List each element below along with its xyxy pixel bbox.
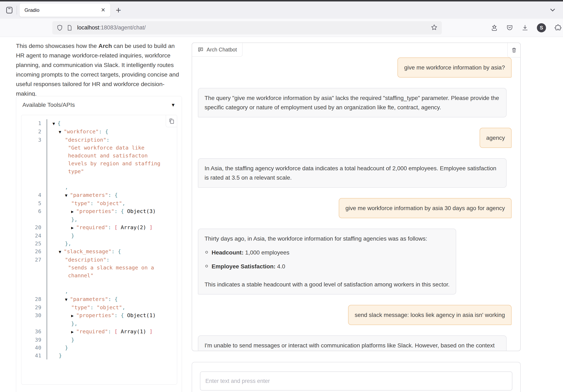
line-number: 2 bbox=[21, 127, 47, 136]
code-token: levels by region and staffing bbox=[68, 160, 160, 166]
browser-toolbar-icons: S bbox=[491, 23, 562, 32]
save-bookmark-icon[interactable] bbox=[491, 24, 498, 31]
user-message-bubble: give me workforce information by asia? bbox=[397, 57, 512, 77]
code-line: levels by region and staffing bbox=[21, 160, 177, 167]
code-line: , bbox=[21, 287, 177, 295]
code-line: "Get workforce data like bbox=[21, 144, 177, 152]
code-token: : { bbox=[111, 248, 121, 254]
shield-icon[interactable] bbox=[56, 25, 63, 31]
code-token: ] bbox=[146, 224, 153, 230]
collapse-toggle-icon[interactable]: ▶ bbox=[71, 329, 74, 334]
code-line: 2▼"workforce": { bbox=[21, 127, 177, 136]
code-line: 30▶"properties": { Object(1) bbox=[21, 311, 177, 320]
code-token: "slack_message" bbox=[64, 248, 111, 254]
code-line: 20▶"required": [ Array(2) ] bbox=[21, 223, 177, 232]
bookmark-star-button[interactable] bbox=[431, 24, 438, 32]
code-token: [ bbox=[114, 224, 121, 230]
message-paragraph: This indicates a stable headcount with a… bbox=[205, 280, 449, 289]
code-line bbox=[21, 279, 177, 287]
url-bar[interactable]: localhost:18083/agent/chat/ bbox=[52, 21, 442, 34]
code-token: "Get workforce data like bbox=[68, 145, 144, 151]
sidebar-toggle-button[interactable] bbox=[3, 4, 15, 16]
code-token: "object" bbox=[97, 304, 122, 311]
collapse-toggle-icon[interactable]: ▼ bbox=[59, 129, 61, 134]
line-number: 29 bbox=[21, 303, 47, 311]
code-line: }, bbox=[21, 215, 177, 223]
code-token: type" bbox=[68, 168, 84, 175]
sidebar-icon bbox=[5, 6, 13, 14]
code-token: Object(3) bbox=[127, 208, 156, 214]
code-line: 26▼"slack_message": { bbox=[21, 247, 177, 256]
code-line: "sends a slack message on a bbox=[21, 264, 177, 271]
chatbot-label-text: Arch Chatbot bbox=[207, 47, 237, 53]
code-token: "object" bbox=[97, 200, 122, 206]
bullet-item: Employee Satisfaction: 4.0 bbox=[205, 262, 449, 271]
code-token: "description" bbox=[65, 257, 106, 263]
collapse-toggle-icon[interactable]: ▶ bbox=[71, 209, 74, 214]
window-top-edge bbox=[0, 0, 563, 1]
line-number: 4 bbox=[21, 191, 47, 199]
line-number: 6 bbox=[21, 207, 47, 215]
clear-chat-button[interactable] bbox=[507, 42, 521, 57]
code-line: headcount and satisfacton bbox=[21, 152, 177, 160]
code-token: : bbox=[108, 224, 115, 230]
code-token: "parameters" bbox=[70, 192, 108, 198]
message-paragraph: I'm unable to send messages or interact … bbox=[205, 341, 500, 351]
new-tab-button[interactable]: + bbox=[116, 6, 121, 14]
demo-description: This demo showcases how the Arch can be … bbox=[16, 41, 185, 98]
code-token: } bbox=[65, 344, 68, 351]
browser-tab[interactable]: Gradio ✕ bbox=[20, 3, 110, 17]
chat-text-input[interactable] bbox=[200, 371, 512, 391]
code-line: 3"description": bbox=[21, 136, 177, 144]
code-line: 4▼"parameters": { bbox=[21, 191, 177, 199]
code-line: }, bbox=[21, 320, 177, 328]
bot-message-bubble: Thirty days ago, in Asia, the workforce … bbox=[198, 228, 456, 294]
tools-panel-header[interactable]: Available Tools/APIs ▼ bbox=[16, 96, 182, 112]
code-token: "properties" bbox=[76, 312, 114, 318]
line-number: 30 bbox=[21, 311, 47, 320]
line-number: 40 bbox=[21, 344, 47, 352]
code-line: 39} bbox=[21, 336, 177, 344]
url-toolbar: localhost:18083/agent/chat/ S bbox=[0, 19, 563, 37]
user-message-bubble: send slack message: looks liek agency in… bbox=[348, 305, 512, 325]
tab-close-icon[interactable]: ✕ bbox=[101, 7, 105, 13]
available-tools-panel: Available Tools/APIs ▼ 1▼{2▼"workforce":… bbox=[16, 96, 182, 392]
message-paragraph: agency bbox=[486, 133, 505, 142]
collapse-toggle-icon[interactable]: ▼ bbox=[52, 121, 55, 126]
code-token: "parameters" bbox=[70, 296, 108, 302]
collapse-toggle-icon[interactable]: ▼ bbox=[65, 297, 67, 302]
line-number: 41 bbox=[21, 352, 47, 359]
bot-message-bubble: The query "give me workforce information… bbox=[198, 88, 507, 117]
collapse-toggle-icon[interactable]: ▼ bbox=[65, 193, 67, 198]
code-token: "properties" bbox=[76, 208, 114, 214]
page-icon[interactable] bbox=[66, 25, 73, 31]
code-lines: 1▼{2▼"workforce": {3"description":"Get w… bbox=[21, 115, 177, 359]
code-token: }, bbox=[71, 216, 77, 223]
line-number: 36 bbox=[21, 328, 47, 336]
code-token: "type" bbox=[71, 304, 90, 311]
url-host: localhost bbox=[77, 25, 99, 31]
download-icon[interactable] bbox=[522, 24, 529, 31]
collapse-toggle-icon[interactable]: ▼ bbox=[59, 249, 61, 254]
account-avatar[interactable]: S bbox=[537, 23, 546, 32]
list-tabs-button[interactable] bbox=[549, 6, 557, 15]
line-number: 26 bbox=[21, 247, 47, 256]
line-number bbox=[21, 287, 47, 295]
line-number: 27 bbox=[21, 256, 47, 264]
line-number bbox=[21, 271, 47, 279]
tools-panel-title: Available Tools/APIs bbox=[22, 102, 75, 108]
collapse-toggle-icon[interactable]: ▶ bbox=[71, 225, 74, 230]
code-token: }, bbox=[71, 320, 77, 327]
extensions-puzzle-icon[interactable] bbox=[554, 24, 562, 32]
chat-message-area[interactable]: give me workforce information by asia?Th… bbox=[192, 43, 520, 351]
copy-button[interactable] bbox=[166, 115, 177, 127]
pocket-icon[interactable] bbox=[506, 24, 513, 31]
chatbot-label: Arch Chatbot bbox=[192, 42, 243, 57]
collapse-toggle-icon[interactable]: ▶ bbox=[71, 313, 74, 318]
line-number bbox=[21, 175, 47, 183]
code-line: type" bbox=[21, 167, 177, 175]
code-token: : { bbox=[108, 296, 118, 302]
bullet-icon bbox=[205, 251, 208, 253]
collapse-caret-icon[interactable]: ▼ bbox=[171, 102, 176, 108]
browser-chrome: Gradio ✕ + localhost:18083/agent/chat/ bbox=[0, 0, 563, 37]
